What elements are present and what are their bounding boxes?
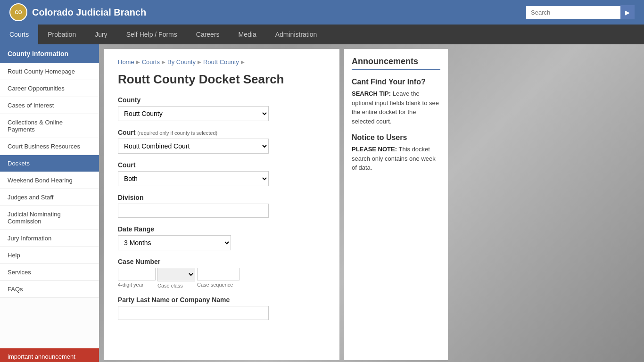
case-year-sub: 4-digit year bbox=[118, 268, 156, 288]
sidebar-item-help[interactable]: Help bbox=[0, 247, 99, 264]
case-number-label: Case Number bbox=[118, 258, 325, 265]
main-content: Home ▶ Courts ▶ By County ▶ Routt County… bbox=[99, 44, 644, 362]
nav-item-careers[interactable]: Careers bbox=[187, 25, 229, 44]
notice-heading: PLEASE NOTE: bbox=[352, 146, 397, 153]
sidebar-item-dockets[interactable]: Dockets bbox=[0, 155, 99, 172]
case-class-label: Case class bbox=[157, 283, 195, 288]
court-county-label: Court (required only if county is select… bbox=[118, 129, 325, 136]
sidebar: County Information Routt County Homepage… bbox=[0, 44, 99, 362]
search-area: ▶ bbox=[526, 5, 635, 19]
site-title: Colorado Judicial Branch bbox=[32, 7, 146, 18]
site-header: CO Colorado Judicial Branch ▶ bbox=[0, 0, 644, 25]
notice-text: PLEASE NOTE: This docket search only con… bbox=[352, 145, 440, 173]
search-input[interactable] bbox=[526, 6, 620, 19]
county-group: County Routt County Adams County Arapaho… bbox=[118, 96, 325, 121]
breadcrumb-sep-1: ▶ bbox=[136, 59, 140, 65]
breadcrumb-home[interactable]: Home bbox=[118, 58, 134, 66]
date-range-group: Date Range 3 Months 1 Month 6 Months 1 Y… bbox=[118, 225, 325, 250]
party-name-group: Party Last Name or Company Name bbox=[118, 296, 325, 320]
important-announcement-banner[interactable]: important announcement bbox=[0, 348, 99, 362]
sidebar-item-judges-staff[interactable]: Judges and Staff bbox=[0, 189, 99, 206]
sidebar-item-services[interactable]: Services bbox=[0, 264, 99, 281]
date-range-label: Date Range bbox=[118, 225, 325, 233]
division-label: Division bbox=[118, 194, 325, 201]
page-title: Routt County Docket Search bbox=[118, 72, 325, 87]
date-range-select[interactable]: 3 Months 1 Month 6 Months 1 Year bbox=[118, 235, 231, 250]
case-number-group: Case Number 4-digit year Case class bbox=[118, 258, 325, 288]
right-panel: Announcements Cant Find Your Info? SEARC… bbox=[344, 49, 448, 360]
division-group: Division bbox=[118, 194, 325, 218]
notice-to-users-title: Notice to Users bbox=[352, 133, 440, 142]
breadcrumb-sep-2: ▶ bbox=[162, 59, 165, 65]
case-year-input[interactable] bbox=[118, 268, 156, 280]
sidebar-item-collections[interactable]: Collections & Online Payments bbox=[0, 114, 99, 138]
sidebar-item-routt-county-homepage[interactable]: Routt County Homepage bbox=[0, 63, 99, 80]
nav-item-probation[interactable]: Probation bbox=[38, 25, 85, 44]
court-county-group: Court (required only if county is select… bbox=[118, 129, 325, 154]
case-class-sub: Case class bbox=[157, 268, 195, 288]
nav-item-courts[interactable]: Courts bbox=[0, 25, 38, 44]
sidebar-item-weekend-bond[interactable]: Weekend Bond Hearing bbox=[0, 172, 99, 189]
logo-area: CO Colorado Judicial Branch bbox=[9, 3, 526, 21]
content-panel: Home ▶ Courts ▶ By County ▶ Routt County… bbox=[104, 49, 339, 360]
county-select[interactable]: Routt County Adams County Arapahoe Count… bbox=[118, 106, 269, 121]
nav-item-jury[interactable]: Jury bbox=[85, 25, 116, 44]
case-class-select[interactable] bbox=[157, 268, 195, 281]
case-seq-sub: Case sequence bbox=[197, 268, 239, 288]
search-tip-text: SEARCH TIP: Leave the optional input fie… bbox=[352, 89, 440, 126]
nav-item-administration[interactable]: Administration bbox=[266, 25, 327, 44]
search-tip-heading: SEARCH TIP: bbox=[352, 90, 391, 97]
cant-find-title: Cant Find Your Info? bbox=[352, 78, 440, 86]
party-label: Party Last Name or Company Name bbox=[118, 296, 325, 304]
breadcrumb-sep-4: ▶ bbox=[241, 59, 245, 65]
nav-item-media[interactable]: Media bbox=[229, 25, 266, 44]
court-county-select[interactable]: Routt Combined Court Other Court bbox=[118, 139, 269, 154]
case-number-inputs: 4-digit year Case class Case sequence bbox=[118, 268, 325, 288]
sidebar-header: County Information bbox=[0, 44, 99, 63]
court-type-label: Court bbox=[118, 161, 325, 169]
sidebar-item-career-opportunities[interactable]: Career Opportunities bbox=[0, 80, 99, 97]
division-input[interactable] bbox=[118, 204, 269, 218]
breadcrumb-routt-county[interactable]: Routt County bbox=[203, 58, 239, 66]
site-logo: CO bbox=[9, 3, 27, 21]
sidebar-item-judicial-nominating[interactable]: Judicial Nominating Commission bbox=[0, 206, 99, 230]
case-seq-label: Case sequence bbox=[197, 282, 239, 288]
search-button[interactable]: ▶ bbox=[620, 5, 635, 19]
party-input[interactable] bbox=[118, 306, 269, 320]
sidebar-item-jury-information[interactable]: Jury Information bbox=[0, 230, 99, 247]
announcements-title: Announcements bbox=[352, 57, 440, 70]
sidebar-item-faqs[interactable]: FAQs bbox=[0, 281, 99, 298]
breadcrumb: Home ▶ Courts ▶ By County ▶ Routt County… bbox=[118, 58, 325, 66]
breadcrumb-sep-3: ▶ bbox=[198, 59, 201, 65]
sidebar-item-cases-of-interest[interactable]: Cases of Interest bbox=[0, 97, 99, 114]
sidebar-item-court-business[interactable]: Court Business Resources bbox=[0, 138, 99, 155]
page-layout: County Information Routt County Homepage… bbox=[0, 44, 644, 362]
court-type-group: Court Both District Court County Court bbox=[118, 161, 325, 186]
main-nav: Courts Probation Jury Self Help / Forms … bbox=[0, 25, 644, 44]
case-seq-input[interactable] bbox=[197, 268, 239, 280]
case-year-label: 4-digit year bbox=[118, 282, 156, 288]
nav-item-selfhelp[interactable]: Self Help / Forms bbox=[117, 25, 187, 44]
breadcrumb-courts[interactable]: Courts bbox=[142, 58, 160, 66]
breadcrumb-by-county[interactable]: By County bbox=[167, 58, 196, 66]
county-label: County bbox=[118, 96, 325, 104]
court-type-select[interactable]: Both District Court County Court bbox=[118, 171, 269, 186]
court-note: (required only if county is selected) bbox=[137, 130, 217, 136]
